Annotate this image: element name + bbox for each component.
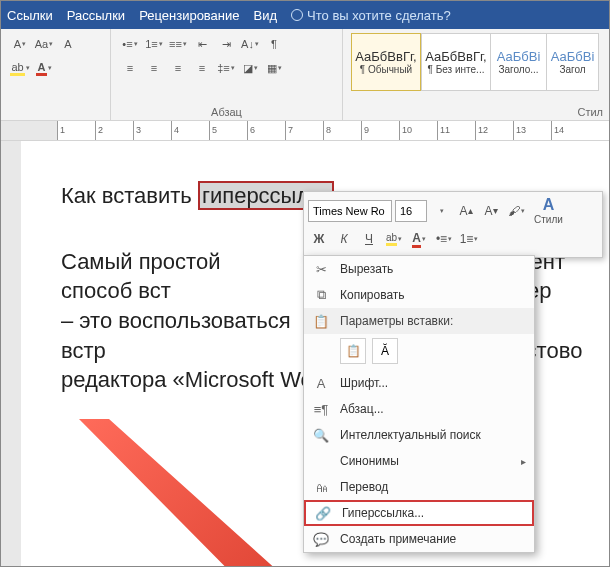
shading-button[interactable]: ◪ <box>239 57 261 79</box>
ctx-font[interactable]: A Шрифт... <box>304 370 534 396</box>
numbering-button[interactable]: 1≡ <box>143 33 165 55</box>
change-case-button[interactable]: Aa <box>33 33 55 55</box>
context-menu: ✂ Вырезать ⧉ Копировать 📋 Параметры вста… <box>303 255 535 553</box>
ctx-smart-lookup[interactable]: 🔍 Интеллектуальный поиск <box>304 422 534 448</box>
ctx-hyperlink[interactable]: 🔗 Гиперссылка... <box>304 500 534 526</box>
mini-font-size[interactable] <box>395 200 427 222</box>
tab-mailings[interactable]: Рассылки <box>67 8 125 23</box>
italic-button[interactable]: К <box>333 228 355 250</box>
mini-font-name[interactable] <box>308 200 392 222</box>
font-color-button[interactable]: A <box>33 57 55 79</box>
link-icon: 🔗 <box>314 506 332 521</box>
show-marks-button[interactable]: ¶ <box>263 33 285 55</box>
text-effects-button[interactable]: A <box>9 33 31 55</box>
style-heading2[interactable]: АаБбВі Загол <box>547 33 599 91</box>
ribbon-tabs: Ссылки Рассылки Рецензирование Вид Что в… <box>1 1 609 29</box>
grow-font-button[interactable]: A▴ <box>455 200 477 222</box>
tab-references[interactable]: Ссылки <box>7 8 53 23</box>
styles-label: Стил <box>343 106 609 118</box>
font-color-mini-button[interactable]: A <box>408 228 430 250</box>
bullets-button[interactable]: •≡ <box>119 33 141 55</box>
paragraph-label: Абзац <box>111 106 342 118</box>
paragraph-icon: ≡¶ <box>312 402 330 417</box>
ctx-comment[interactable]: 💬 Создать примечание <box>304 526 534 552</box>
format-painter-button[interactable]: 🖌 <box>505 200 527 222</box>
scissors-icon: ✂ <box>312 262 330 277</box>
highlight-mini-button[interactable]: ab <box>383 228 405 250</box>
lightbulb-icon <box>291 9 303 21</box>
align-left-button[interactable]: ≡ <box>119 57 141 79</box>
font-icon: A <box>312 376 330 391</box>
clear-format-button[interactable]: A <box>57 33 79 55</box>
translate-icon: 🗛 <box>312 480 330 495</box>
tab-review[interactable]: Рецензирование <box>139 8 239 23</box>
style-nospacing[interactable]: АаБбВвГг, ¶ Без инте... <box>421 33 491 91</box>
ctx-copy[interactable]: ⧉ Копировать <box>304 282 534 308</box>
line-spacing-button[interactable]: ‡≡ <box>215 57 237 79</box>
document-area: Как вставить гиперссылку Самый простой с… <box>1 141 609 567</box>
indent-dec-button[interactable]: ⇤ <box>191 33 213 55</box>
tell-me-placeholder: Что вы хотите сделать? <box>307 8 451 23</box>
align-right-button[interactable]: ≡ <box>167 57 189 79</box>
search-icon: 🔍 <box>312 428 330 443</box>
sort-button[interactable]: A↓ <box>239 33 261 55</box>
indent-inc-button[interactable]: ⇥ <box>215 33 237 55</box>
multilevel-button[interactable]: ≡≡ <box>167 33 189 55</box>
mini-styles-button[interactable]: A Стили <box>530 196 567 225</box>
numbering-mini-button[interactable]: 1≡ <box>458 228 480 250</box>
borders-button[interactable]: ▦ <box>263 57 285 79</box>
paste-keep-formatting[interactable]: 📋 <box>340 338 366 364</box>
shrink-font-button[interactable]: A▾ <box>480 200 502 222</box>
ctx-translate[interactable]: 🗛 Перевод <box>304 474 534 500</box>
copy-icon: ⧉ <box>312 287 330 303</box>
align-center-button[interactable]: ≡ <box>143 57 165 79</box>
ctx-cut[interactable]: ✂ Вырезать <box>304 256 534 282</box>
highlight-button[interactable]: ab <box>9 57 31 79</box>
tab-view[interactable]: Вид <box>254 8 278 23</box>
horizontal-ruler[interactable]: 1234567891011121314 <box>1 121 609 141</box>
ctx-synonyms[interactable]: Синонимы <box>304 448 534 474</box>
styles-icon: A <box>543 196 555 214</box>
paste-text-only[interactable]: Ă <box>372 338 398 364</box>
style-heading1[interactable]: АаБбВі Заголо... <box>491 33 547 91</box>
paragraph-group: •≡ 1≡ ≡≡ ⇤ ⇥ A↓ ¶ ≡ ≡ ≡ ≡ ‡≡ ◪ ▦ Абзац <box>111 29 343 120</box>
underline-button[interactable]: Ч <box>358 228 380 250</box>
tell-me-search[interactable]: Что вы хотите сделать? <box>291 8 451 23</box>
paste-options: 📋 Ă <box>304 334 534 370</box>
clipboard-icon: 📋 <box>312 314 330 329</box>
comment-icon: 💬 <box>312 532 330 547</box>
bold-button[interactable]: Ж <box>308 228 330 250</box>
ribbon: A Aa A ab A •≡ 1≡ ≡≡ ⇤ ⇥ A↓ ¶ ≡ ≡ ≡ ≡ ‡≡… <box>1 29 609 121</box>
font-group: A Aa A ab A <box>1 29 111 120</box>
styles-group: АаБбВвГг, ¶ Обычный АаБбВвГг, ¶ Без инте… <box>343 29 609 120</box>
ctx-paste-header: 📋 Параметры вставки: <box>304 308 534 334</box>
bullets-mini-button[interactable]: •≡ <box>433 228 455 250</box>
style-normal[interactable]: АаБбВвГг, ¶ Обычный <box>351 33 421 91</box>
mini-toolbar: A▴ A▾ 🖌 A Стили Ж К Ч ab A •≡ 1≡ <box>303 191 603 258</box>
ctx-paragraph[interactable]: ≡¶ Абзац... <box>304 396 534 422</box>
chevron-down-icon <box>430 200 452 222</box>
align-justify-button[interactable]: ≡ <box>191 57 213 79</box>
